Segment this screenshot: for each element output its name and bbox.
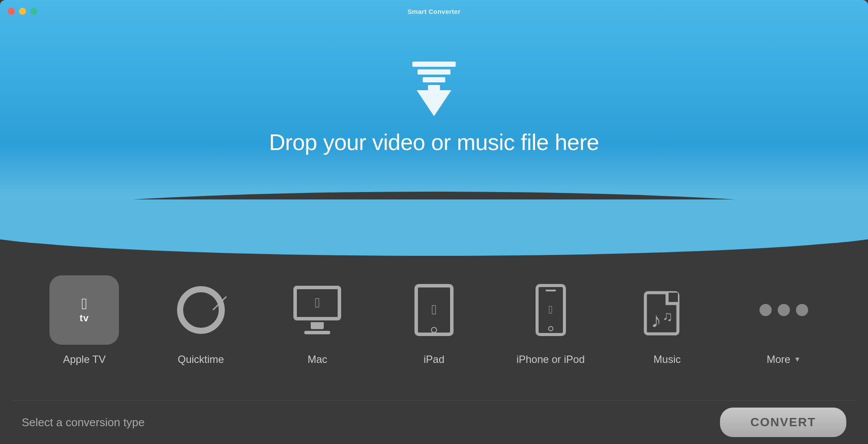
bottom-panel:  tv Apple TV Quicktime  <box>0 232 868 444</box>
quicktime-icon <box>177 286 225 334</box>
device-label-music: Music <box>654 353 681 366</box>
mac-apple-logo:  <box>315 295 320 311</box>
music-icon: ♪ ♫ <box>643 284 691 336</box>
funnel-bar-3 <box>423 77 445 82</box>
appletv-icon:  tv <box>49 275 119 345</box>
bottom-bar: Select a conversion type CONVERT <box>0 401 868 444</box>
down-arrow-icon <box>417 90 451 116</box>
mac-icon:  <box>293 286 341 334</box>
music-icon-wrapper: ♪ ♫ <box>632 275 702 345</box>
device-item-ipad[interactable]:  iPad <box>376 275 493 366</box>
mac-base <box>304 331 330 334</box>
funnel-bars <box>412 62 456 90</box>
device-label-mac: Mac <box>308 353 327 366</box>
mac-stand <box>311 322 324 329</box>
status-text: Select a conversion type <box>22 416 145 429</box>
more-dot-1 <box>760 304 772 316</box>
funnel-bar-4 <box>428 85 440 90</box>
svg-marker-2 <box>667 293 678 304</box>
apple-logo-icon:  <box>82 296 87 312</box>
more-label-text: More <box>766 353 790 366</box>
more-item[interactable]: More ▼ <box>725 275 842 366</box>
mac-icon-wrapper:  <box>283 275 352 345</box>
funnel-bar-2 <box>418 69 450 75</box>
quicktime-icon-wrapper <box>166 275 236 345</box>
chevron-down-icon: ▼ <box>794 356 801 363</box>
device-label-ipad: iPad <box>424 353 444 366</box>
device-row:  tv Apple TV Quicktime  <box>0 232 868 400</box>
more-dot-2 <box>778 304 790 316</box>
mac-monitor:  <box>293 286 341 320</box>
ipad-apple-logo:  <box>431 302 437 318</box>
iphone-home-button <box>548 326 553 331</box>
minimize-button[interactable] <box>19 8 26 15</box>
ipad-icon:  <box>414 284 454 336</box>
iphone-apple-logo:  <box>549 303 553 317</box>
funnel-icon <box>412 62 456 116</box>
app-title: Smart Converter <box>408 8 460 15</box>
ipad-home-button <box>431 327 437 333</box>
svg-text:♪: ♪ <box>651 309 661 332</box>
svg-text:♫: ♫ <box>662 308 673 324</box>
quicktime-needle <box>212 296 227 310</box>
device-label-iphone: iPhone or iPod <box>516 353 585 366</box>
appletv-tv-label: tv <box>80 313 89 324</box>
traffic-lights <box>8 8 37 15</box>
drop-prompt: Drop your video or music file here <box>269 129 599 155</box>
device-label-quicktime: Quicktime <box>178 353 224 366</box>
funnel-bar-1 <box>412 62 456 67</box>
wave-shape <box>0 199 868 256</box>
more-dot-3 <box>796 304 808 316</box>
device-item-appletv[interactable]:  tv Apple TV <box>26 275 143 366</box>
iphone-speaker <box>546 290 556 291</box>
more-dots-icon <box>760 275 808 345</box>
more-label: More ▼ <box>766 353 801 366</box>
device-label-appletv: Apple TV <box>63 353 105 366</box>
ipad-icon-wrapper:  <box>399 275 469 345</box>
wave-decoration <box>0 199 868 256</box>
convert-button[interactable]: CONVERT <box>720 408 846 437</box>
iphone-icon-wrapper:  <box>516 275 585 345</box>
device-item-music[interactable]: ♪ ♫ Music <box>609 275 726 366</box>
device-item-quicktime[interactable]: Quicktime <box>143 275 260 366</box>
title-bar: Smart Converter <box>0 0 868 23</box>
svg-marker-0 <box>417 90 451 116</box>
device-item-mac[interactable]:  Mac <box>259 275 376 366</box>
maximize-button[interactable] <box>30 8 37 15</box>
device-item-iphone[interactable]:  iPhone or iPod <box>492 275 609 366</box>
close-button[interactable] <box>8 8 15 15</box>
iphone-icon:  <box>536 284 566 336</box>
svg-rect-1 <box>645 293 678 334</box>
